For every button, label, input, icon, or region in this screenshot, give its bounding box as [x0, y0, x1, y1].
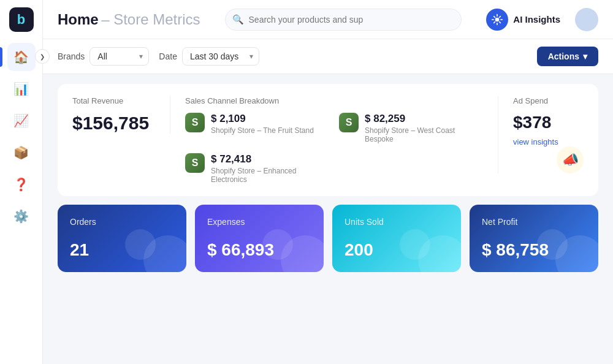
sidebar: b ❯ 🏠 📊 📈 📦 ❓ ⚙️: [0, 0, 43, 364]
sidebar-item-reports[interactable]: 📈: [7, 107, 36, 135]
channel-item-3: S $ 72,418 Shopify Store – Enhanced Elec…: [185, 153, 329, 184]
sales-channel-label: Sales Channel Breakdown: [185, 96, 483, 105]
brands-filter-group: Brands All Brand A Brand B: [58, 47, 149, 66]
sidebar-navigation: 🏠 📊 📈 📦 ❓ ⚙️: [0, 43, 42, 230]
avatar[interactable]: [575, 8, 598, 31]
ai-insights-icon: [486, 9, 508, 31]
shopify-icon-1: S: [185, 113, 205, 132]
expenses-card: Expenses $ 66,893: [195, 205, 324, 272]
search-icon: 🔍: [232, 14, 244, 25]
search-container: 🔍: [225, 9, 462, 31]
page-title-sub: – Store Metrics: [101, 11, 200, 28]
net-profit-card: Net Profit $ 86,758: [470, 205, 598, 272]
help-icon: ❓: [13, 177, 29, 192]
date-select-wrap: Last 7 days Last 30 days Last 90 days Th…: [182, 47, 259, 66]
app-logo: b: [9, 7, 34, 32]
brands-label: Brands: [58, 51, 85, 61]
ad-spend-label: Ad Spend: [513, 96, 548, 105]
ai-insights-button[interactable]: AI Insights: [486, 9, 560, 31]
search-input[interactable]: [225, 9, 462, 31]
channel-2-name: Shopify Store – West Coast Bespoke: [365, 126, 483, 143]
sidebar-toggle[interactable]: ❯: [35, 49, 50, 64]
total-revenue-label: Total Revenue: [72, 96, 155, 105]
analytics-icon: 📊: [13, 82, 29, 96]
date-select[interactable]: Last 7 days Last 30 days Last 90 days Th…: [182, 47, 259, 66]
units-sold-label: Units Sold: [345, 217, 449, 227]
page-title: Home – Store Metrics: [58, 11, 200, 28]
header: Home – Store Metrics 🔍 AI Insights: [43, 0, 613, 39]
expenses-label: Expenses: [207, 217, 311, 227]
ad-spend-value: $378: [513, 113, 551, 132]
page-title-main: Home: [58, 11, 99, 28]
channel-3-name: Shopify Store – Enhanced Electronics: [211, 167, 329, 184]
sidebar-item-home[interactable]: 🏠: [7, 43, 36, 71]
bottom-cards: Orders 21 Expenses $ 66,893 Units Sold 2…: [58, 205, 598, 272]
view-insights-link[interactable]: view insights: [513, 137, 558, 146]
svg-point-0: [495, 17, 500, 21]
channel-item-1: S $ 2,109 Shopify Store – The Fruit Stan…: [185, 113, 329, 143]
settings-icon: ⚙️: [13, 209, 29, 224]
home-icon: 🏠: [13, 50, 29, 64]
brands-select[interactable]: All Brand A Brand B: [89, 47, 149, 66]
date-filter-group: Date Last 7 days Last 30 days Last 90 da…: [159, 47, 259, 66]
sidebar-item-help[interactable]: ❓: [7, 170, 36, 199]
ai-insights-label: AI Insights: [513, 14, 560, 25]
main-content: Home – Store Metrics 🔍 AI Insights Brand…: [43, 0, 613, 364]
brands-select-wrap: All Brand A Brand B: [89, 47, 149, 66]
shopify-icon-3: S: [185, 153, 205, 173]
chevron-right-icon: ❯: [40, 53, 45, 60]
toolbar: Brands All Brand A Brand B Date Last 7 d…: [43, 39, 613, 74]
sidebar-item-analytics[interactable]: 📊: [7, 75, 36, 103]
content-area: Total Revenue $156,785 Sales Channel Bre…: [43, 74, 613, 364]
channel-1-amount: $ 2,109: [211, 113, 314, 125]
reports-icon: 📈: [13, 113, 29, 128]
channel-item-2: S $ 82,259 Shopify Store – West Coast Be…: [339, 113, 483, 143]
ad-spend-section: Ad Spend $378 view insights 📣: [498, 96, 584, 173]
channels-grid: S $ 2,109 Shopify Store – The Fruit Stan…: [185, 113, 483, 184]
total-revenue-section: Total Revenue $156,785: [72, 96, 170, 134]
units-sold-card: Units Sold 200: [332, 205, 461, 272]
sales-channel-section: Sales Channel Breakdown S $ 2,109 Shopif…: [170, 96, 498, 184]
actions-button[interactable]: Actions ▾: [537, 47, 598, 66]
bell-icon: 📣: [557, 146, 584, 173]
orders-card: Orders 21: [58, 205, 186, 272]
channel-1-name: Shopify Store – The Fruit Stand: [211, 126, 314, 135]
metrics-panel: Total Revenue $156,785 Sales Channel Bre…: [58, 84, 598, 196]
shopify-icon-2: S: [339, 113, 359, 132]
sidebar-item-settings[interactable]: ⚙️: [7, 202, 36, 230]
channel-3-amount: $ 72,418: [211, 153, 329, 165]
sidebar-item-products[interactable]: 📦: [7, 138, 36, 167]
total-revenue-value: $156,785: [72, 113, 155, 134]
net-profit-label: Net Profit: [482, 217, 586, 227]
orders-label: Orders: [70, 217, 174, 227]
date-label: Date: [159, 51, 177, 61]
chevron-down-icon: ▾: [583, 51, 587, 61]
products-icon: 📦: [13, 145, 29, 160]
channel-2-amount: $ 82,259: [365, 113, 483, 125]
actions-label: Actions: [548, 51, 579, 61]
